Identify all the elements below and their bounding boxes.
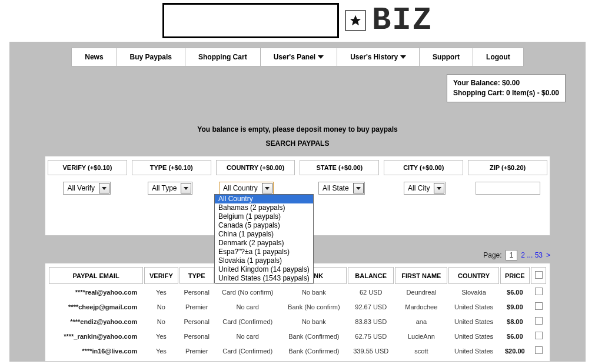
filter-header-type: TYPE (+$0.10)	[132, 160, 211, 175]
chevron-down-icon	[356, 187, 361, 190]
country-option[interactable]: Belgium (1 paypals)	[215, 212, 313, 221]
balance-line: Your Balance: $0.00	[453, 78, 559, 88]
pager-next-button[interactable]: >	[546, 251, 550, 259]
cell: Deundreal	[395, 285, 447, 299]
cart-line: Shopping Cart: 0 Item(s) - $0.00	[453, 88, 559, 98]
row-checkbox[interactable]	[535, 332, 543, 339]
menu-support[interactable]: Support	[419, 48, 473, 66]
dropdown-button[interactable]	[181, 183, 191, 193]
verify-select[interactable]: All Verify	[63, 182, 111, 195]
country-option[interactable]: United Kingdom (14 paypals)	[215, 265, 313, 274]
empty-balance-message: You balance is empty, please deposit mon…	[9, 125, 586, 133]
table-row: ****_rankin@yahoo.comYesPersonalNo cardB…	[49, 329, 546, 343]
cell: Yes	[144, 344, 178, 358]
menu-label: Support	[433, 53, 460, 61]
zip-input[interactable]	[476, 182, 540, 195]
menu-logout[interactable]: Logout	[473, 48, 524, 66]
pager-current: 1	[506, 250, 518, 261]
menu-label: Shopping Cart	[198, 53, 247, 61]
cell: Yes	[144, 329, 178, 343]
chevron-down-icon	[437, 187, 441, 190]
country-option[interactable]: Espa?"?±a (1 paypals)	[215, 248, 313, 256]
cell: Card (Confirmed)	[215, 315, 280, 328]
state-select[interactable]: All State	[318, 182, 365, 195]
price-cell: $20.00	[500, 344, 530, 358]
chevron-down-icon	[184, 187, 188, 190]
cell: ****_rankin@yahoo.com	[49, 329, 143, 343]
country-dropdown-list[interactable]: All CountryBahamas (2 paypals)Belgium (1…	[214, 194, 314, 283]
country-select[interactable]: All Country	[219, 182, 274, 195]
chevron-down-icon	[318, 55, 324, 59]
chevron-down-icon	[400, 55, 406, 59]
main-menu: News Buy Paypals Shopping Cart User's Pa…	[9, 48, 586, 66]
cell: ****cheejp@gmail.com	[49, 300, 143, 313]
filter-header-verify: VERIFY (+$0.10)	[48, 160, 127, 175]
check-cell	[531, 344, 546, 358]
dropdown-button[interactable]	[262, 183, 272, 193]
col-email: PAYPAL EMAIL	[49, 267, 143, 284]
country-option[interactable]: Denmark (2 paypals)	[215, 239, 313, 248]
table-row: ****real@yahoo.comYesPersonalCard (No co…	[49, 285, 546, 299]
row-checkbox[interactable]	[535, 346, 543, 354]
country-option[interactable]: Bahamas (2 paypals)	[215, 203, 313, 212]
cell: Card (No confirm)	[215, 285, 280, 299]
search-title: SEARCH PAYPALS	[9, 139, 586, 148]
city-select[interactable]: All City	[404, 182, 446, 195]
menu-users-panel[interactable]: User's Panel	[260, 48, 338, 66]
filter-header-city: CITY (+$0.00)	[384, 160, 463, 175]
cell: United States	[448, 300, 498, 313]
dropdown-button[interactable]	[99, 183, 109, 193]
col-type: TYPE	[180, 267, 214, 284]
select-label: All Type	[148, 184, 180, 192]
dropdown-button[interactable]	[353, 183, 364, 193]
menu-news[interactable]: News	[71, 48, 117, 66]
row-checkbox[interactable]	[535, 288, 543, 295]
pager-link[interactable]: 2 ... 53	[521, 251, 543, 259]
row-checkbox[interactable]	[535, 302, 543, 310]
col-balance: BALANCE	[348, 267, 394, 284]
country-option[interactable]: All Country	[215, 195, 313, 203]
cell: Personal	[180, 285, 214, 299]
menu-users-history[interactable]: User's History	[337, 48, 420, 66]
country-option[interactable]: United States (1543 paypals)	[215, 274, 313, 283]
price-cell: $9.00	[500, 300, 530, 313]
col-first: FIRST NAME	[395, 267, 447, 284]
cell: 62.75 USD	[348, 329, 394, 343]
pager-label: Page:	[483, 251, 501, 259]
menu-shopping-cart[interactable]: Shopping Cart	[185, 48, 261, 66]
col-verify: VERIFY	[144, 267, 178, 284]
cell: No card	[215, 300, 280, 313]
chevron-down-icon	[265, 187, 270, 190]
cell: 339.55 USD	[348, 344, 394, 358]
cell: ana	[395, 315, 447, 328]
check-cell	[531, 300, 546, 313]
cell: Card (Confirmed)	[215, 344, 280, 358]
country-option[interactable]: Slovakia (1 paypals)	[215, 256, 313, 265]
country-option[interactable]: China (1 paypals)	[215, 230, 313, 239]
star-icon	[345, 10, 366, 31]
country-option[interactable]: Canada (5 paypals)	[215, 221, 313, 230]
cell: LucieAnn	[395, 329, 447, 343]
cell: 83.83 USD	[348, 315, 394, 328]
type-select[interactable]: All Type	[148, 182, 192, 195]
cell: No card	[215, 329, 280, 343]
menu-label: User's Panel	[274, 53, 316, 61]
menu-buy-paypals[interactable]: Buy Paypals	[117, 48, 185, 66]
row-checkbox[interactable]	[535, 317, 543, 325]
col-check	[531, 267, 546, 284]
filter-header-state: STATE (+$0.00)	[300, 160, 379, 175]
price-cell: $6.00	[500, 329, 530, 343]
col-price: PRICE	[500, 267, 530, 284]
main-panel: News Buy Paypals Shopping Cart User's Pa…	[9, 42, 586, 362]
cell: United States	[448, 329, 498, 343]
cell: ****endiz@yahoo.com	[49, 315, 143, 328]
table-row: ****endiz@yahoo.comNoPersonalCard (Confi…	[49, 315, 546, 328]
search-panel: VERIFY (+$0.10) TYPE (+$0.10) COUNTRY (+…	[45, 156, 550, 236]
svg-marker-0	[350, 15, 361, 25]
cell: 62 USD	[348, 285, 394, 299]
cell: ****in16@live.com	[49, 344, 143, 358]
select-all-checkbox[interactable]	[535, 271, 543, 279]
dropdown-button[interactable]	[434, 183, 444, 193]
cell: Slovakia	[448, 285, 498, 299]
cell: Yes	[144, 285, 178, 299]
